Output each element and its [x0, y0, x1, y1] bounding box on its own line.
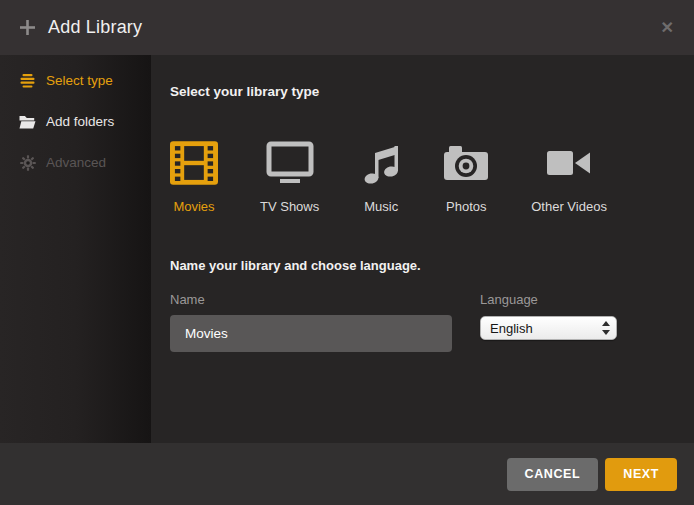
wizard-sidebar: Select type Add folders Advanced	[0, 55, 151, 443]
language-select[interactable]: English	[480, 316, 617, 340]
library-type-label: Movies	[173, 199, 214, 214]
library-type-label: Other Videos	[531, 199, 607, 214]
language-field-group: Language English	[480, 292, 617, 352]
name-field-group: Name	[170, 292, 452, 352]
library-type-row: Movies TV Shows Music	[170, 139, 674, 214]
next-button[interactable]: NEXT	[605, 458, 677, 491]
add-library-dialog: Add Library ✕ Select type Add folders	[0, 0, 694, 505]
library-type-heading: Select your library type	[170, 84, 674, 99]
library-name-input[interactable]	[170, 315, 452, 352]
library-type-music[interactable]: Music	[361, 139, 401, 214]
sidebar-item-add-folders[interactable]: Add folders	[0, 101, 151, 142]
library-type-photos[interactable]: Photos	[443, 139, 489, 214]
gear-icon	[19, 155, 36, 171]
sidebar-item-select-type[interactable]: Select type	[0, 60, 151, 101]
name-section-heading: Name your library and choose language.	[170, 258, 674, 273]
cancel-button[interactable]: CANCEL	[507, 458, 599, 491]
library-type-label: Music	[364, 199, 398, 214]
sidebar-item-label: Advanced	[46, 155, 106, 170]
library-type-tv-shows[interactable]: TV Shows	[260, 139, 319, 214]
library-type-other-videos[interactable]: Other Videos	[531, 139, 607, 214]
tv-icon	[266, 139, 314, 187]
sidebar-item-label: Add folders	[46, 114, 114, 129]
camera-icon	[443, 139, 489, 187]
language-select-value: English	[490, 321, 533, 336]
fields-row: Name Language English	[170, 292, 674, 352]
name-field-label: Name	[170, 292, 452, 307]
library-type-label: Photos	[446, 199, 486, 214]
dialog-body: Select type Add folders Advanced Select …	[0, 55, 694, 443]
dialog-title: Add Library	[48, 17, 142, 38]
film-strip-icon	[170, 139, 218, 187]
music-note-icon	[361, 139, 401, 187]
plus-icon	[20, 20, 35, 35]
dialog-header: Add Library ✕	[0, 0, 694, 55]
library-type-label: TV Shows	[260, 199, 319, 214]
select-type-lines-icon	[19, 74, 36, 88]
folder-icon	[19, 115, 36, 129]
select-stepper-icon	[602, 321, 610, 335]
language-field-label: Language	[480, 292, 617, 307]
sidebar-item-label: Select type	[46, 73, 113, 88]
library-type-movies[interactable]: Movies	[170, 139, 218, 214]
video-camera-icon	[546, 139, 592, 187]
sidebar-item-advanced[interactable]: Advanced	[0, 142, 151, 183]
main-panel: Select your library type Movies TV Shows	[151, 55, 694, 443]
close-icon[interactable]: ✕	[657, 16, 678, 40]
dialog-footer: CANCEL NEXT	[0, 443, 694, 505]
